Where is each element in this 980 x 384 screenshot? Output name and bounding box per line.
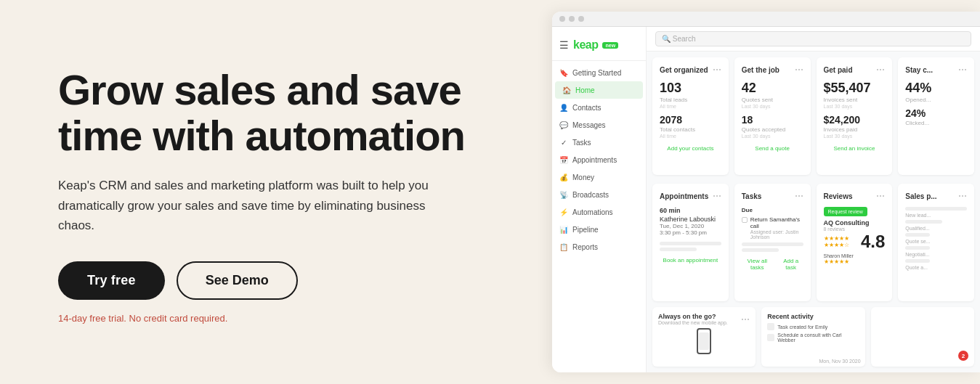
widget-tasks-title: Tasks [742,192,762,200]
widget-paid: Get paid ⋯ $55,407 Invoices sent Last 30… [817,57,893,175]
appt-duration: 60 min [660,207,721,214]
paid-cta[interactable]: Send an invoice [824,145,886,152]
sidebar-label-broadcasts: Broadcasts [572,191,609,199]
tasks-bar2 [742,248,779,252]
widget-reviews: Reviews ⋯ Request review AQ Consulting 8… [817,184,893,301]
activity-line-2: Schedule a consult with Carl Webber [767,332,859,343]
widget-job-menu[interactable]: ⋯ [795,65,803,75]
tasks-bar1 [742,242,803,246]
mobile-menu[interactable]: ⋯ [741,314,750,324]
search-bar[interactable]: 🔍 Search [655,31,971,46]
sidebar-label-appointments: Appointments [572,156,617,164]
logo-badge: new [602,42,618,49]
sidebar-label-tasks: Tasks [572,139,591,147]
sidebar-item-automations[interactable]: ⚡ Automations [552,203,646,221]
widget-appointments: Appointments ⋯ 60 min Katherine Labouski… [652,184,729,301]
stay-label1: Opened... [905,97,967,103]
sidebar-item-pipeline[interactable]: 📊 Pipeline [552,221,646,238]
request-review-button[interactable]: Request review [824,207,867,216]
activity-icon-2 [767,334,774,341]
browser-dot-2 [569,16,575,22]
widget-sales-menu[interactable]: ⋯ [958,191,967,201]
widget-stay: Stay c... ⋯ 44% Opened... 24% Clicked... [898,57,974,175]
mobile-subtitle: Download the new mobile app. [658,320,728,325]
widget-job-header: Get the job ⋯ [742,65,803,75]
appt-date: Tue, Dec 1, 2020 [660,223,721,229]
mobile-title: Always on the go? [658,313,728,320]
tasks-icon: ✓ [559,138,568,147]
task-1: Return Samantha's call Assigned user: Ju… [742,216,803,240]
widget-sales-header: Sales p... ⋯ [905,191,967,201]
widget-organized: Get organized ⋯ 103 Total leads All time… [652,57,729,175]
dashboard-grid-row2: Appointments ⋯ 60 min Katherine Labouski… [647,178,980,307]
task-1-label: Return Samantha's call [750,216,803,229]
job-cta[interactable]: Send a quote [742,145,803,152]
widget-activity: Recent activity Task created for Emily S… [761,307,864,367]
widget-paid-menu[interactable]: ⋯ [876,65,885,75]
sidebar-item-home[interactable]: 🏠 Home [555,81,643,99]
getting-started-icon: 🔖 [559,68,568,77]
appt-cta[interactable]: Book an appointment [660,257,721,264]
sales-bar2 [905,220,942,224]
hamburger-icon[interactable]: ☰ [559,39,569,51]
see-demo-button[interactable]: See Demo [177,261,298,300]
sidebar-item-messages[interactable]: 💬 Messages [552,116,646,134]
widget-reviews-menu[interactable]: ⋯ [876,191,885,201]
bottom-row: Always on the go? Download the new mobil… [647,307,980,372]
widget-stay-menu[interactable]: ⋯ [958,65,967,75]
job-quotes-accepted-label: Quotes accepted Last 30 days [742,126,803,139]
widget-appointments-menu[interactable]: ⋯ [713,191,721,201]
activity-icon-1 [767,323,774,330]
sidebar-label-reports: Reports [572,243,598,251]
widget-mobile: Always on the go? Download the new mobil… [652,307,756,367]
reviews-company: AQ Consulting [824,219,886,226]
cta-buttons: Try free See Demo [58,261,494,300]
sales-bar4 [905,246,930,250]
sidebar-item-tasks[interactable]: ✓ Tasks [552,134,646,151]
sidebar-item-contacts[interactable]: 👤 Contacts [552,99,646,116]
sales-label3: Quote se... [905,239,967,244]
phone-screen [699,332,709,350]
task-1-checkbox[interactable] [742,217,748,223]
sidebar-item-reports[interactable]: 📋 Reports [552,238,646,256]
sales-label2: Qualified... [905,226,967,231]
tasks-ctas: View all tasks Add a task [742,258,803,271]
sidebar-item-getting-started[interactable]: 🔖 Getting Started [552,64,646,81]
appt-bar1 [660,242,721,245]
activity-text-2: Schedule a consult with Carl Webber [777,332,859,343]
sidebar-label-messages: Messages [572,121,606,129]
review-stars-1: ★★★★★ [824,235,849,242]
task-1-user: Assigned user: Justin Johnson [750,229,803,240]
sidebar-item-money[interactable]: 💰 Money [552,168,646,186]
activity-title: Recent activity [767,313,859,320]
headline: Grow sales and save time with automation [58,68,494,158]
reviews-reviewer: Sharon Miller [824,253,886,258]
widget-appointments-header: Appointments ⋯ [660,191,721,201]
widget-appointments-title: Appointments [660,192,708,200]
appt-time: 3:30 pm - 5:30 pm [660,229,721,236]
home-icon: 🏠 [562,86,571,94]
job-quotes-sent-label: Quotes sent Last 30 days [742,97,803,110]
search-placeholder: 🔍 Search [662,35,695,43]
try-free-button[interactable]: Try free [58,261,165,300]
sales-bar5 [905,259,930,263]
widget-organized-menu[interactable]: ⋯ [713,65,721,75]
organized-cta[interactable]: Add your contacts [660,145,721,152]
stay-val2: 24% [905,107,967,119]
sidebar-header: ☰ keap new [552,33,646,61]
activity-text-1: Task created for Emily [777,324,827,330]
review-stars-2: ★★★★☆ [824,242,849,248]
sidebar-item-appointments[interactable]: 📅 Appointments [552,151,646,168]
activity-line-1: Task created for Emily [767,323,859,330]
widget-tasks-menu[interactable]: ⋯ [795,191,803,201]
widget-stay-title: Stay c... [905,66,933,74]
trial-note: 14-day free trial. No credit card requir… [58,313,494,324]
sidebar-item-broadcasts[interactable]: 📡 Broadcasts [552,186,646,203]
tasks-cta-view[interactable]: View all tasks [742,258,773,271]
tasks-cta-add[interactable]: Add a task [779,258,803,271]
widget-stay-header: Stay c... ⋯ [905,65,967,75]
phone-mockup [697,328,711,354]
tasks-section: Due [742,207,803,213]
reviews-score: 4.8 [861,232,885,252]
sales-bar3 [905,233,930,237]
